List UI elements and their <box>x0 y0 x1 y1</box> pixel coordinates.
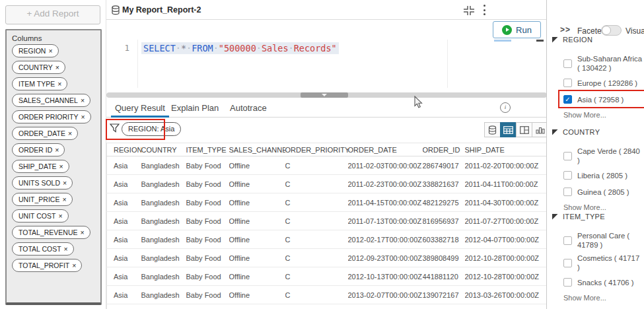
grid-view-button[interactable] <box>500 122 517 137</box>
splitter-drag-handle[interactable] <box>301 92 348 98</box>
column-pill-label: ORDER ID <box>18 146 52 154</box>
facet-item-europe-129286[interactable]: Europe ( 129286 ) <box>563 77 644 89</box>
facet-item-snacks-41706[interactable]: Snacks ( 41706 ) <box>563 276 644 289</box>
column-pill-order-priority[interactable]: ORDER PRIORITY× <box>12 110 91 123</box>
sql-token-keyword: SELECT <box>143 43 176 53</box>
table-row[interactable]: AsiaBangladeshBaby FoodOfflineC2011-02-0… <box>107 156 548 175</box>
facet-item-guinea-2805[interactable]: Guinea ( 2805 ) <box>563 186 644 198</box>
column-pill-region[interactable]: REGION× <box>12 44 59 57</box>
column-pill-units-sold[interactable]: UNITS SOLD× <box>12 176 73 189</box>
info-icon[interactable]: i <box>500 102 511 113</box>
show-more-link-country[interactable]: Show More... <box>563 203 644 211</box>
cell-region: Asia <box>107 175 141 193</box>
show-more-link-item-type[interactable]: Show More... <box>563 294 644 302</box>
table-row[interactable]: AsiaBangladeshBaby FoodOfflineC2013-03-2… <box>107 304 548 309</box>
split-view-button[interactable] <box>516 122 532 137</box>
sql-token-string: Sales <box>262 43 289 53</box>
columns-pill-list: REGION×COUNTRY×ITEM TYPE×SALES_CHANNEL×O… <box>12 44 100 272</box>
column-header-order_date[interactable]: ORDER_DATE <box>348 143 423 156</box>
sql-code-line[interactable]: SELECT·*·FROM·"500000·Sales·Records" <box>141 42 339 54</box>
editor-scroll-indicator <box>494 40 511 42</box>
remove-column-icon[interactable]: × <box>68 129 72 137</box>
table-row[interactable]: AsiaBangladeshBaby FoodOfflineC2011-04-1… <box>107 193 548 212</box>
checkbox-unchecked[interactable] <box>563 236 572 245</box>
checkbox-unchecked[interactable] <box>563 79 572 87</box>
checkbox-checked[interactable]: ✓ <box>563 95 572 104</box>
column-header-region[interactable]: REGION <box>107 143 141 156</box>
checkbox-unchecked[interactable] <box>563 259 572 267</box>
cell-ship_date: 2011-07-27T00:00:00Z <box>465 212 548 230</box>
column-pill-sales-channel[interactable]: SALES_CHANNEL× <box>12 94 90 107</box>
collapse-editor-icon[interactable] <box>463 5 475 16</box>
column-header-item_type[interactable]: ITEM_TYPE <box>186 143 229 156</box>
add-report-button[interactable]: + Add Report <box>5 5 100 24</box>
facet-item-cosmetics-41717[interactable]: Cosmetics ( 41717 ) <box>563 254 644 272</box>
column-pill-total-profit[interactable]: TOTAL_PROFIT× <box>12 259 82 272</box>
remove-column-icon[interactable]: × <box>64 245 68 253</box>
remove-column-icon[interactable]: × <box>55 63 59 71</box>
remove-column-icon[interactable]: × <box>59 162 63 170</box>
editor-scrollbar-thumb[interactable] <box>536 40 544 42</box>
column-pill-item-type[interactable]: ITEM TYPE× <box>12 77 67 90</box>
checkbox-unchecked[interactable] <box>563 59 572 68</box>
faceted-visual-toggle[interactable] <box>601 25 622 36</box>
column-pill-ship-date[interactable]: SHIP_DATE× <box>12 160 69 173</box>
tab-autotrace[interactable]: Autotrace <box>230 103 267 113</box>
checkbox-unchecked[interactable] <box>563 152 572 160</box>
table-row[interactable]: AsiaBangladeshBaby FoodOfflineC2012-10-1… <box>107 267 548 286</box>
cell-region: Asia <box>107 230 141 249</box>
cell-country: Bangladesh <box>141 304 186 309</box>
cell-sales_channel: Offline <box>229 175 285 193</box>
facet-item-cape-verde-2840[interactable]: Cape Verde ( 2840 ) <box>563 147 644 165</box>
table-row[interactable]: AsiaBangladeshBaby FoodOfflineC2011-07-1… <box>107 212 548 230</box>
checkbox-unchecked[interactable] <box>563 278 572 287</box>
facet-section-header-country[interactable]: COUNTRY <box>547 128 644 136</box>
remove-column-icon[interactable]: × <box>62 195 66 203</box>
table-row[interactable]: AsiaBangladeshBaby FoodOfflineC2012-02-1… <box>107 230 548 249</box>
remove-column-icon[interactable]: × <box>81 113 85 121</box>
table-row[interactable]: AsiaBangladeshBaby FoodOfflineC2013-02-0… <box>107 286 548 304</box>
facet-item-asia-72958[interactable]: ✓Asia ( 72958 ) <box>563 93 644 106</box>
facet-section-header-item-type[interactable]: ITEM_TYPE <box>547 213 644 221</box>
column-header-ship_date[interactable]: SHIP_DATE <box>465 143 548 156</box>
table-row[interactable]: AsiaBangladeshBaby FoodOfflineC2011-02-2… <box>107 175 548 193</box>
filter-chip-region-asia[interactable]: REGION: Asia <box>122 122 181 136</box>
tab-query-result[interactable]: Query Result <box>115 103 165 113</box>
column-pill-order-date[interactable]: ORDER_DATE× <box>12 127 78 140</box>
remove-column-icon[interactable]: × <box>57 80 61 88</box>
tab-explain-plan[interactable]: Explain Plan <box>171 103 219 113</box>
checkbox-unchecked[interactable] <box>563 188 572 196</box>
remove-column-icon[interactable]: × <box>55 146 59 154</box>
facet-section-header-region[interactable]: REGION <box>547 36 644 44</box>
remove-column-icon[interactable]: × <box>63 179 67 187</box>
remove-column-icon[interactable]: × <box>80 228 84 236</box>
column-pill-country[interactable]: COUNTRY× <box>12 61 65 74</box>
column-pill-unit-price[interactable]: UNIT_PRICE× <box>12 193 73 206</box>
show-more-link-region[interactable]: Show More... <box>563 111 644 119</box>
column-pill-total-cost[interactable]: TOTAL COST× <box>12 242 74 256</box>
remove-column-icon[interactable]: × <box>58 212 62 220</box>
column-header-country[interactable]: COUNTRY <box>141 143 186 156</box>
checkbox-unchecked[interactable] <box>563 171 572 180</box>
facet-item-liberia-2805[interactable]: Liberia ( 2805 ) <box>563 169 644 182</box>
facet-item-sub-saharan-africa-130422[interactable]: Sub-Saharan Africa ( 130422 ) <box>563 54 644 73</box>
kebab-menu-icon[interactable] <box>480 4 488 16</box>
column-header-order_priority[interactable]: ORDER_PRIORITY <box>285 143 348 156</box>
remove-column-icon[interactable]: × <box>81 96 85 104</box>
facet-item-personal-care-41789[interactable]: Personal Care ( 41789 ) <box>563 231 644 250</box>
column-pill-label: ITEM TYPE <box>18 80 55 88</box>
data-view-button[interactable] <box>484 122 501 137</box>
query-result-table: REGIONCOUNTRYITEM_TYPESALES_CHANNELORDER… <box>106 143 548 309</box>
database-actions-app: + Add Report Columns REGION×COUNTRY×ITEM… <box>0 0 644 309</box>
column-header-order_id[interactable]: ORDER_ID <box>423 143 465 156</box>
remove-column-icon[interactable]: × <box>72 261 76 269</box>
column-pill-order-id[interactable]: ORDER ID× <box>12 143 65 156</box>
column-header-sales_channel[interactable]: SALES_CHANNEL <box>229 143 285 156</box>
collapse-panel-icon[interactable]: >> <box>560 25 571 34</box>
remove-column-icon[interactable]: × <box>48 47 52 55</box>
table-row[interactable]: AsiaBangladeshBaby FoodOfflineC2012-09-2… <box>107 249 548 267</box>
column-pill-unit-cost[interactable]: UNIT COST× <box>12 209 69 223</box>
sql-editor[interactable]: 1 SELECT·*·FROM·"500000·Sales·Records" <box>106 40 547 92</box>
column-pill-total-revenue[interactable]: TOTAL_REVENUE× <box>12 226 90 239</box>
run-button[interactable]: Run <box>493 21 541 38</box>
